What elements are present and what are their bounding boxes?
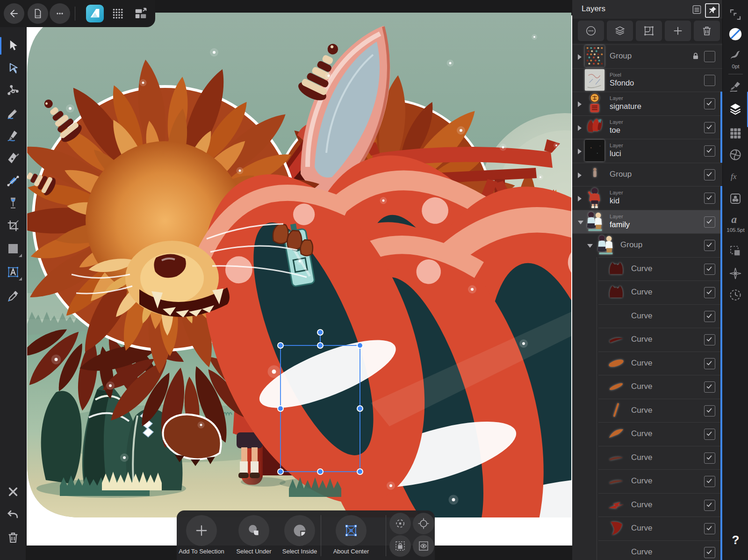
- layer-row-curve-15[interactable]: Curve: [572, 399, 722, 423]
- visibility-checkbox[interactable]: [704, 193, 715, 204]
- visibility-checkbox[interactable]: [704, 476, 715, 487]
- stroke-width-button[interactable]: [727, 48, 743, 64]
- transform-studio-button[interactable]: [727, 243, 743, 259]
- tool-text[interactable]: [3, 262, 23, 282]
- pixel-persona-button[interactable]: [109, 5, 127, 22]
- more-button[interactable]: [50, 3, 70, 24]
- cancel-button[interactable]: [3, 481, 23, 502]
- visibility-checkbox[interactable]: [704, 358, 715, 369]
- expander-right-icon[interactable]: [578, 172, 582, 178]
- visibility-checkbox[interactable]: [704, 429, 715, 440]
- tool-move[interactable]: [3, 36, 23, 56]
- layer-row-curve-11[interactable]: Curve: [572, 304, 722, 328]
- tool-vector-brush[interactable]: [3, 125, 23, 146]
- tool-point-transform[interactable]: [3, 80, 23, 101]
- cycle-selection-box-button[interactable]: [389, 513, 411, 534]
- select-under-button[interactable]: [238, 515, 269, 546]
- add-layer-button[interactable]: [665, 21, 691, 41]
- delete-layer-button[interactable]: [694, 21, 720, 41]
- visibility-checkbox[interactable]: [704, 75, 715, 86]
- expander-right-icon[interactable]: [578, 101, 582, 107]
- expand-view-button[interactable]: [727, 7, 743, 22]
- layer-row-group-0[interactable]: Group: [572, 44, 722, 68]
- expander-down-icon[interactable]: [578, 221, 583, 224]
- visibility-checkbox[interactable]: [704, 287, 715, 298]
- effects-button[interactable]: fx: [727, 168, 743, 184]
- layer-row-curve-13[interactable]: Curve: [572, 352, 722, 375]
- expander-right-icon[interactable]: [578, 149, 582, 154]
- options-button[interactable]: [578, 21, 604, 41]
- layer-row-kid-6[interactable]: Layerkid: [572, 186, 722, 210]
- history-button[interactable]: [727, 287, 743, 303]
- visibility-checkbox[interactable]: [704, 311, 715, 322]
- visibility-checkbox[interactable]: [704, 381, 715, 393]
- tool-node[interactable]: [3, 58, 23, 79]
- typography-button[interactable]: a: [727, 211, 743, 227]
- isolate-button[interactable]: [607, 21, 633, 41]
- document-button[interactable]: [28, 3, 48, 24]
- tool-shape[interactable]: [3, 238, 23, 259]
- visibility-checkbox[interactable]: [704, 216, 715, 228]
- designer-persona-button[interactable]: [86, 5, 104, 22]
- undo-button[interactable]: [3, 505, 23, 525]
- layer-row-curve-14[interactable]: Curve: [572, 375, 722, 399]
- delete-button[interactable]: [3, 527, 23, 548]
- visibility-checkbox[interactable]: [704, 500, 715, 511]
- back-button[interactable]: [4, 3, 24, 24]
- panel-menu-button[interactable]: [690, 3, 703, 16]
- tool-crop[interactable]: [3, 215, 23, 236]
- layer-row-sfondo-1[interactable]: PixelSfondo: [572, 68, 722, 92]
- tool-pen[interactable]: [3, 148, 23, 168]
- visibility-checkbox[interactable]: [704, 547, 715, 558]
- layer-row-signature-2[interactable]: Layersignature: [572, 92, 722, 115]
- layer-row-curve-19[interactable]: Curve: [572, 493, 722, 517]
- pin-button[interactable]: [705, 3, 719, 18]
- visibility-checkbox[interactable]: [704, 240, 715, 251]
- tool-fill-gradient[interactable]: [3, 170, 23, 191]
- help-button[interactable]: ?: [723, 533, 748, 547]
- layer-row-curve-16[interactable]: Curve: [572, 422, 722, 446]
- visibility-checkbox[interactable]: [704, 523, 715, 534]
- visibility-checkbox[interactable]: [704, 452, 715, 464]
- lock-children-button[interactable]: [389, 535, 411, 557]
- export-persona-button[interactable]: [132, 5, 150, 22]
- mask-button[interactable]: [636, 21, 662, 41]
- tool-pencil[interactable]: [3, 103, 23, 123]
- adjustments-button[interactable]: [727, 191, 743, 207]
- visibility-checkbox[interactable]: [704, 405, 715, 416]
- layer-row-curve-17[interactable]: Curve: [572, 446, 722, 470]
- layer-row-curve-20[interactable]: Curve: [572, 517, 722, 540]
- layer-row-luci-4[interactable]: Layerluci: [572, 139, 722, 163]
- canvas-area[interactable]: [26, 0, 572, 560]
- visibility-checkbox[interactable]: [704, 169, 715, 180]
- layer-row-group-8[interactable]: Group: [572, 233, 722, 257]
- layer-row-curve-18[interactable]: Curve: [572, 469, 722, 493]
- show-special-button[interactable]: [413, 535, 434, 557]
- layer-row-toe-3[interactable]: Layertoe: [572, 115, 722, 139]
- swatches-button[interactable]: [727, 125, 743, 141]
- tool-transparency[interactable]: [3, 193, 23, 213]
- navigator-button[interactable]: [727, 266, 743, 281]
- layers-studio-button[interactable]: [727, 101, 743, 117]
- expander-down-icon[interactable]: [587, 244, 593, 248]
- add-to-selection-button[interactable]: [186, 515, 217, 546]
- expander-right-icon[interactable]: [578, 125, 582, 131]
- expander-right-icon[interactable]: [578, 196, 582, 201]
- visibility-checkbox[interactable]: [704, 51, 715, 62]
- visibility-checkbox[interactable]: [704, 122, 715, 133]
- tool-color-picker[interactable]: [3, 286, 23, 307]
- brushes-button[interactable]: [727, 79, 743, 94]
- transform-origin-button[interactable]: [413, 513, 434, 534]
- visibility-checkbox[interactable]: [704, 264, 715, 275]
- layer-row-curve-12[interactable]: Curve: [572, 328, 722, 352]
- visibility-checkbox[interactable]: [704, 145, 715, 157]
- color-button[interactable]: [727, 147, 743, 163]
- visibility-checkbox[interactable]: [704, 98, 715, 109]
- about-center-button[interactable]: [336, 515, 367, 546]
- layer-row-curve-10[interactable]: Curve: [572, 280, 722, 304]
- layer-row-family-7[interactable]: Layerfamily: [572, 210, 722, 234]
- expander-right-icon[interactable]: [578, 54, 582, 60]
- stroke-color-button[interactable]: [727, 26, 743, 42]
- layer-row-group-5[interactable]: Group: [572, 163, 722, 187]
- select-inside-button[interactable]: [284, 515, 315, 546]
